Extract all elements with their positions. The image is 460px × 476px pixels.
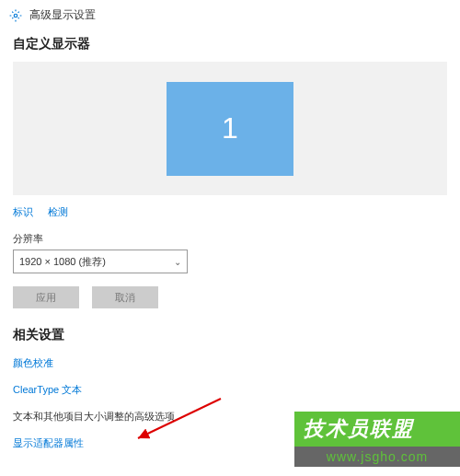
resolution-select[interactable]: 1920 × 1080 (推荐) ⌄ [13,250,188,273]
apply-button[interactable]: 应用 [13,286,79,308]
detect-link[interactable]: 检测 [48,206,68,217]
resolution-label: 分辨率 [13,232,447,246]
monitor-1[interactable]: 1 [167,82,293,176]
window-title: 高级显示设置 [29,7,96,23]
cleartype-link[interactable]: ClearType 文本 [13,383,447,397]
color-calibration-link[interactable]: 颜色校准 [13,356,447,370]
watermark-url: www.jsgho.com [294,447,460,467]
chevron-down-icon: ⌄ [174,257,181,267]
gear-icon [9,9,22,22]
identify-link[interactable]: 标识 [13,206,33,217]
monitor-number: 1 [222,111,238,145]
window-header: 高级显示设置 [0,0,460,30]
customize-display-title: 自定义显示器 [13,36,447,52]
resolution-value: 1920 × 1080 (推荐) [19,255,106,269]
monitor-preview-area[interactable]: 1 [13,62,447,195]
cancel-button[interactable]: 取消 [92,286,158,308]
watermark: 技术员联盟 www.jsgho.com [294,412,460,476]
svg-point-0 [14,14,17,17]
related-settings-title: 相关设置 [13,327,447,343]
watermark-brand: 技术员联盟 [294,412,460,447]
